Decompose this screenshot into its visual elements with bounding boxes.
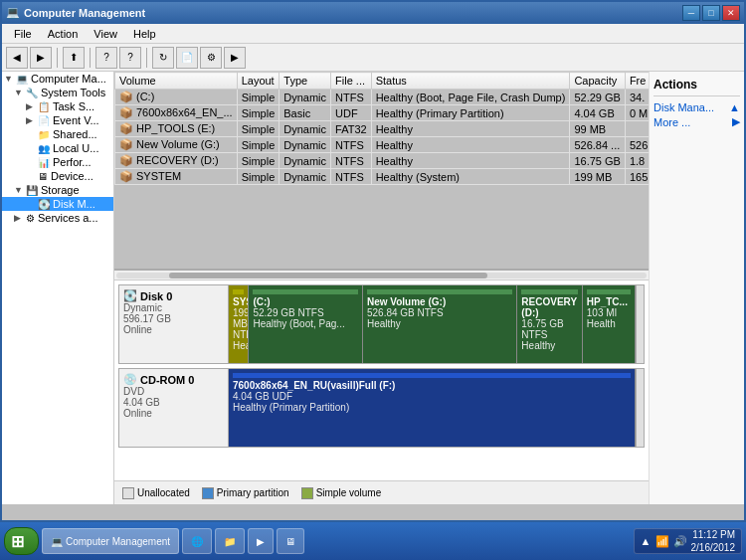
toolbar-help[interactable]: ? — [95, 47, 117, 69]
taskbar-folder[interactable]: 📁 — [215, 528, 245, 554]
menu-action[interactable]: Action — [40, 26, 87, 42]
tray-sound-icon[interactable]: 🔊 — [673, 535, 687, 548]
tree-item-disk-mgmt[interactable]: 💽 Disk M... — [2, 197, 113, 211]
part-d[interactable]: RECOVERY (D:) 16.75 GB NTFS Healthy — [517, 285, 582, 363]
part-system-fs: NTFS — [233, 329, 244, 340]
cell-layout: Simple — [237, 169, 280, 185]
tree-item-perf[interactable]: 📊 Perfor... — [2, 155, 113, 169]
col-free[interactable]: Fre — [625, 73, 649, 90]
taskbar-ie[interactable]: 🌐 — [182, 528, 212, 554]
toolbar-export[interactable]: 📄 — [176, 47, 198, 69]
part-c-name: (C:) — [253, 296, 358, 307]
tree-item-task[interactable]: ▶ 📋 Task S... — [2, 99, 113, 113]
tray-arrow-icon[interactable]: ▲ — [641, 535, 652, 547]
table-row[interactable]: 📦7600x86x64_EN_... Simple Basic UDF Heal… — [115, 105, 650, 121]
start-button[interactable]: ⊞ — [4, 527, 39, 555]
table-row[interactable]: 📦HP_TOOLS (E:) Simple Dynamic FAT32 Heal… — [115, 121, 650, 137]
tree-item-storage[interactable]: ▼ 💾 Storage — [2, 183, 113, 197]
legend-primary-box — [202, 487, 214, 499]
table-row[interactable]: 📦(C:) Simple Dynamic NTFS Healthy (Boot,… — [115, 90, 650, 105]
toolbar-forward[interactable]: ▶ — [30, 47, 52, 69]
col-volume[interactable]: Volume — [115, 73, 238, 90]
part-g[interactable]: New Volume (G:) 526.84 GB NTFS Healthy — [363, 285, 517, 363]
cell-type: Basic — [280, 105, 331, 121]
action-disk-arrow: ▲ — [729, 101, 740, 113]
disk0-vscroll[interactable] — [636, 285, 644, 363]
tree-item-system-tools[interactable]: ▼ 🔧 System Tools — [2, 86, 113, 99]
menu-file[interactable]: File — [6, 26, 40, 42]
toolbar-help2[interactable]: ? — [119, 47, 141, 69]
cdrom0-vscroll[interactable] — [636, 369, 644, 447]
taskbar-media[interactable]: ▶ — [248, 528, 274, 554]
menu-help[interactable]: Help — [125, 26, 164, 42]
expand-icon: ▼ — [4, 74, 16, 84]
menu-bar: File Action View Help — [2, 24, 744, 44]
part-hp[interactable]: HP_TC... 103 MI Health — [583, 285, 636, 363]
close-button[interactable]: ✕ — [722, 5, 740, 21]
cell-free: 165 — [625, 169, 649, 185]
tray-date: 2/16/2012 — [691, 541, 736, 554]
tree-item-computer[interactable]: ▼ 💻 Computer Ma... — [2, 72, 113, 86]
toolbar-back[interactable]: ◀ — [6, 47, 28, 69]
taskbar-computer-mgmt[interactable]: 💻 Computer Management — [42, 528, 179, 554]
taskbar-network[interactable]: 🖥 — [277, 528, 304, 554]
tree-item-event[interactable]: ▶ 📄 Event V... — [2, 113, 113, 127]
action-disk-mgmt[interactable]: Disk Mana... ▲ — [653, 100, 740, 114]
tree-item-device[interactable]: 🖥 Device... — [2, 169, 113, 183]
table-hscroll[interactable] — [114, 271, 649, 280]
action-disk-label: Disk Mana... — [653, 101, 714, 113]
cell-capacity: 199 MB — [570, 169, 625, 185]
cell-status: Healthy (Primary Partition) — [371, 105, 570, 121]
expand-icon4: ▶ — [26, 115, 38, 125]
perf-icon: 📊 — [38, 157, 50, 168]
minimize-button[interactable]: ─ — [682, 5, 700, 21]
cell-capacity: 4.04 GB — [570, 105, 625, 121]
menu-view[interactable]: View — [86, 26, 125, 42]
action-more[interactable]: More ... ▶ — [653, 114, 740, 129]
cell-layout: Simple — [237, 105, 280, 121]
cdrom0-partitions: 7600x86x64_EN_RU(vasill)Full (F:) 4.04 G… — [229, 369, 636, 447]
cell-capacity: 526.84 ... — [570, 137, 625, 153]
part-hp-size: 103 MI — [587, 307, 631, 318]
tree-item-shared[interactable]: 📁 Shared... — [2, 127, 113, 141]
cell-layout: Simple — [237, 121, 280, 137]
volume-icon: 📦 — [119, 122, 133, 134]
maximize-button[interactable]: □ — [702, 5, 720, 21]
table-row[interactable]: 📦SYSTEM Simple Dynamic NTFS Healthy (Sys… — [115, 169, 650, 185]
disk-icon: 💽 — [38, 199, 50, 210]
table-row[interactable]: 📦RECOVERY (D:) Simple Dynamic NTFS Healt… — [115, 153, 650, 169]
computer-icon: 💻 — [16, 74, 28, 85]
tree-item-services[interactable]: ▶ ⚙ Services a... — [2, 211, 113, 225]
tray-network-icon[interactable]: 📶 — [655, 535, 669, 548]
tree-label-services: Services a... — [38, 212, 98, 224]
disk0-icon: 💽 — [123, 289, 137, 302]
toolbar-up[interactable]: ⬆ — [63, 47, 85, 69]
col-layout[interactable]: Layout — [237, 73, 280, 90]
volume-icon: 📦 — [119, 170, 133, 182]
table-row[interactable]: 📦New Volume (G:) Simple Dynamic NTFS Hea… — [115, 137, 650, 153]
col-type[interactable]: Type — [280, 73, 331, 90]
part-d-health: Healthy — [521, 340, 577, 351]
storage-icon: 💾 — [26, 185, 38, 196]
toolbar: ◀ ▶ ⬆ ? ? ↻ 📄 ⚙ ▶ — [2, 44, 744, 72]
part-system[interactable]: SYSTE... 199 MB NTFS Healthy — [229, 285, 249, 363]
action-more-label: More ... — [653, 116, 690, 128]
col-capacity[interactable]: Capacity — [570, 73, 625, 90]
content-actions: Volume Layout Type File ... Status Capac… — [114, 72, 744, 504]
toolbar-settings[interactable]: ⚙ — [200, 47, 222, 69]
tree-item-localusers[interactable]: 👥 Local U... — [2, 141, 113, 155]
tree-label-system-tools: System Tools — [41, 87, 105, 98]
volumes-table: Volume Layout Type File ... Status Capac… — [114, 72, 649, 185]
part-c-size: 52.29 GB NTFS — [253, 307, 358, 318]
expand-icon2: ▼ — [14, 88, 26, 97]
table-area[interactable]: Volume Layout Type File ... Status Capac… — [114, 72, 649, 271]
col-status[interactable]: Status — [371, 73, 570, 90]
part-c[interactable]: (C:) 52.29 GB NTFS Healthy (Boot, Pag... — [249, 285, 363, 363]
col-filesystem[interactable]: File ... — [331, 73, 372, 90]
cell-capacity: 52.29 GB — [570, 90, 625, 105]
tray-clock[interactable]: 11:12 PM 2/16/2012 — [691, 528, 736, 554]
part-cdrom[interactable]: 7600x86x64_EN_RU(vasill)Full (F:) 4.04 G… — [229, 369, 636, 447]
toolbar-run[interactable]: ▶ — [224, 47, 246, 69]
toolbar-refresh[interactable]: ↻ — [152, 47, 174, 69]
legend-primary: Primary partition — [202, 487, 289, 499]
